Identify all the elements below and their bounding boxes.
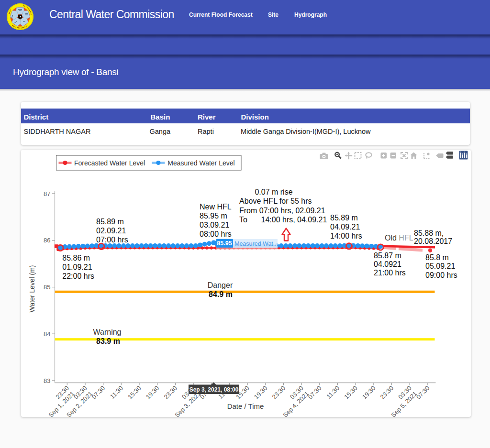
svg-text:Forecasted Water Level: Forecasted Water Level <box>74 159 145 167</box>
svg-text:Danger: Danger <box>208 281 233 289</box>
svg-text:Sep 3, 2021, 08:00: Sep 3, 2021, 08:00 <box>189 386 239 393</box>
svg-text:84: 84 <box>44 330 50 338</box>
svg-text:14:00 hrs, 04.09.21: 14:00 hrs, 04.09.21 <box>261 216 327 224</box>
svg-text:15:30: 15:30 <box>343 384 359 401</box>
svg-text:0.07 m rise: 0.07 m rise <box>255 188 292 196</box>
svg-text:04.09.21: 04.09.21 <box>330 223 360 231</box>
svg-text:87: 87 <box>44 190 50 197</box>
svg-text:19:30: 19:30 <box>253 384 269 401</box>
svg-text:21:00 hrs: 21:00 hrs <box>374 269 406 277</box>
svg-text:20.08.2017: 20.08.2017 <box>414 237 452 245</box>
svg-text:23:30: 23:30 <box>162 384 178 401</box>
svg-text:23:30: 23:30 <box>271 384 287 401</box>
svg-text:08:00 hrs: 08:00 hrs <box>200 230 232 238</box>
svg-text:84.9 m: 84.9 m <box>209 290 233 298</box>
svg-text:11:30: 11:30 <box>325 384 341 400</box>
svg-text:85.95 m: 85.95 m <box>200 212 227 220</box>
svg-text:83.9 m: 83.9 m <box>96 337 120 345</box>
svg-text:15:30: 15:30 <box>126 384 143 401</box>
svg-text:85.88 m,: 85.88 m, <box>414 229 444 237</box>
svg-text:83: 83 <box>44 377 50 384</box>
svg-text:07:30: 07:30 <box>415 384 431 401</box>
svg-text:07:30: 07:30 <box>307 384 323 401</box>
svg-text:23:30: 23:30 <box>379 384 395 401</box>
svg-text:85.87 m: 85.87 m <box>374 251 401 260</box>
svg-text:Water Level (m): Water Level (m) <box>28 265 36 312</box>
svg-text:85: 85 <box>44 284 50 291</box>
svg-text:Old HFL: Old HFL <box>385 234 413 242</box>
svg-text:14:00 hrs: 14:00 hrs <box>330 232 362 240</box>
svg-text:11:30: 11:30 <box>109 384 124 400</box>
svg-text:02.09.21: 02.09.21 <box>96 227 126 235</box>
svg-text:07:00 hrs: 07:00 hrs <box>96 236 128 244</box>
svg-text:07:30: 07:30 <box>90 384 107 401</box>
svg-text:To: To <box>239 216 247 224</box>
svg-text:85.86 m: 85.86 m <box>62 254 90 262</box>
svg-text:85.89 m: 85.89 m <box>330 214 358 222</box>
svg-text:85.89 m: 85.89 m <box>96 218 124 226</box>
svg-text:85.8 m: 85.8 m <box>425 253 449 262</box>
svg-text:19:30: 19:30 <box>145 384 161 401</box>
svg-text:Measured Water Level: Measured Water Level <box>167 159 234 167</box>
svg-text:86: 86 <box>44 237 50 244</box>
svg-text:Date / Time: Date / Time <box>227 402 264 410</box>
svg-text:Above HFL for 55 hrs: Above HFL for 55 hrs <box>239 197 312 205</box>
svg-text:01.09.21: 01.09.21 <box>62 263 92 271</box>
svg-text:From 07:00 hrs, 02.09.21: From 07:00 hrs, 02.09.21 <box>239 207 325 215</box>
svg-text:Measured Wat...: Measured Wat... <box>234 240 278 247</box>
svg-text:04.0921: 04.0921 <box>374 260 401 268</box>
svg-text:19:30: 19:30 <box>361 384 377 401</box>
svg-text:New HFL: New HFL <box>200 203 232 211</box>
svg-text:22:00 hrs: 22:00 hrs <box>62 272 94 280</box>
svg-text:85.95: 85.95 <box>217 240 232 247</box>
svg-text:09:00 hrs: 09:00 hrs <box>425 271 457 279</box>
svg-text:05.09.21: 05.09.21 <box>425 262 455 270</box>
svg-text:03.09.21: 03.09.21 <box>200 221 229 229</box>
svg-text:Warning: Warning <box>93 328 122 336</box>
